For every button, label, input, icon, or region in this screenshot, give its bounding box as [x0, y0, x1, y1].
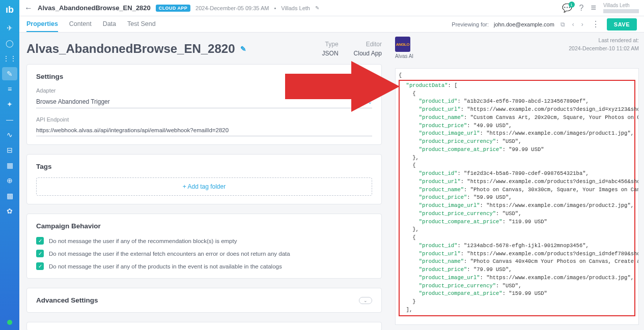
- advanced-settings-heading: Advanced Settings: [36, 296, 98, 304]
- type-label: Type: [322, 41, 339, 48]
- document-title: Alvas_AbandonedBrowse_EN_2820: [38, 4, 151, 12]
- campaign-behavior-heading: Campaign Behavior: [36, 222, 372, 230]
- rail-item-gear-icon[interactable]: ✿: [2, 204, 17, 218]
- tags-heading: Tags: [36, 163, 372, 170]
- tab-test-send[interactable]: Test Send: [127, 16, 156, 32]
- header-separator: •: [274, 5, 276, 11]
- last-rendered-label: Last rendered at:: [569, 37, 639, 45]
- tags-card: Tags + Add tag folder: [26, 154, 382, 204]
- behavior-check-1-label: Do not message the user if any of the re…: [49, 238, 237, 244]
- header-author: Villads Leth: [281, 5, 310, 11]
- api-endpoint-label: API Endpoint: [36, 116, 372, 123]
- collapse-toggle-icon[interactable]: ⌄: [359, 297, 372, 304]
- behavior-check-2-label: Do not message the user if the external …: [49, 251, 290, 257]
- settings-card: Settings Adapter Browse Abandoned Trigge…: [26, 64, 382, 145]
- tab-content[interactable]: Content: [69, 16, 92, 32]
- app-logo[interactable]: ıb: [2, 2, 17, 17]
- menu-icon[interactable]: ≡: [591, 3, 596, 13]
- title-bar: Alvas_AbandonedBrowse_EN_2820 ✎ Type JSO…: [26, 41, 382, 57]
- previewing-label: Previewing for:: [452, 21, 489, 27]
- settings-heading: Settings: [36, 73, 372, 80]
- checkbox-checked-icon: ✓: [36, 237, 44, 245]
- user-profile[interactable]: Villads Leth: [603, 3, 639, 13]
- rail-item-send-icon[interactable]: ✈: [2, 21, 17, 35]
- chat-badge: 1: [569, 2, 575, 8]
- rail-item-globe-icon[interactable]: ⊕: [2, 174, 17, 187]
- tab-data[interactable]: Data: [103, 16, 116, 32]
- behavior-check-3[interactable]: ✓Do not message the user if any of the p…: [36, 262, 372, 270]
- checkbox-checked-icon: ✓: [36, 250, 44, 257]
- rail-item-minus-icon[interactable]: ⊟: [2, 143, 17, 157]
- header-timestamp: 2024-December-05 09:35 AM: [195, 5, 269, 11]
- back-arrow-icon[interactable]: ←: [24, 4, 33, 13]
- editor-label: Editor: [354, 41, 382, 48]
- advanced-settings-card: Advanced Settings ⌄: [26, 288, 382, 313]
- chat-icon[interactable]: 💬1: [562, 3, 572, 13]
- adapter-select[interactable]: Browse Abandoned Trigger ⌄: [36, 96, 372, 108]
- rail-item-circle-icon[interactable]: ◯: [2, 37, 17, 50]
- behavior-check-2[interactable]: ✓Do not message the user if the external…: [36, 250, 372, 257]
- help-icon[interactable]: ?: [579, 4, 584, 13]
- chevron-down-icon: ⌄: [368, 99, 372, 105]
- page-title: Alvas_AbandonedBrowse_EN_2820 ✎: [26, 42, 246, 56]
- rail-item-divider: —: [2, 113, 17, 126]
- checkbox-checked-icon: ✓: [36, 262, 44, 270]
- extra-card: [26, 322, 382, 330]
- tab-properties[interactable]: Properties: [26, 16, 58, 32]
- edit-title-icon[interactable]: ✎: [240, 45, 246, 53]
- cloud-app-badge: CLOUD APP: [156, 5, 190, 12]
- behavior-check-3-label: Do not message the user if any of the pr…: [49, 263, 282, 269]
- api-endpoint-field[interactable]: https://webhook.alvas.ai/api/integration…: [36, 125, 372, 136]
- status-dot-icon: [7, 320, 12, 325]
- json-preview[interactable]: { "productData": [ { "product_id": "a1b2…: [395, 68, 639, 325]
- more-icon[interactable]: ⋮: [590, 19, 602, 29]
- previewing-value[interactable]: john.doe@example.com: [494, 21, 554, 27]
- rail-item-edit-icon[interactable]: ✎: [2, 67, 17, 80]
- external-link-icon[interactable]: ⧉: [559, 21, 566, 28]
- tab-bar: Properties Content Data Test Send Previe…: [19, 16, 644, 33]
- preview-panel: ANGLO Alvas AI Last rendered at: 2024-De…: [392, 33, 639, 330]
- campaign-behavior-card: Campaign Behavior ✓Do not message the us…: [26, 214, 382, 279]
- header-edit-icon[interactable]: ✎: [315, 5, 319, 11]
- save-button[interactable]: SAVE: [607, 18, 637, 31]
- page-title-text: Alvas_AbandonedBrowse_EN_2820: [26, 42, 235, 56]
- add-tag-button[interactable]: + Add tag folder: [36, 177, 372, 196]
- rail-item-chart-icon[interactable]: ∿: [2, 128, 17, 141]
- prev-icon[interactable]: ‹: [571, 21, 575, 28]
- rail-item-sparkle-icon[interactable]: ✦: [2, 98, 17, 111]
- user-bar: [603, 9, 639, 13]
- rail-item-users-icon[interactable]: ⋮⋮: [2, 52, 17, 65]
- properties-panel: Alvas_AbandonedBrowse_EN_2820 ✎ Type JSO…: [19, 33, 392, 330]
- adapter-label: Adapter: [36, 87, 372, 94]
- json-preview-content: { "productData": [ { "product_id": "a1b2…: [399, 72, 635, 325]
- rail-item-qr-icon[interactable]: ▩: [2, 189, 17, 202]
- type-value: JSON: [322, 50, 339, 57]
- rail-item-grid-icon[interactable]: ▦: [2, 159, 17, 172]
- preview-logo: ANGLO: [395, 37, 410, 52]
- adapter-value: Browse Abandoned Trigger: [36, 98, 110, 105]
- behavior-check-1[interactable]: ✓Do not message the user if any of the r…: [36, 237, 372, 245]
- left-nav-rail: ıb ✈ ◯ ⋮⋮ ✎ ≡ ✦ — ∿ ⊟ ▦ ⊕ ▩ ✿: [0, 0, 19, 330]
- top-header: ← Alvas_AbandonedBrowse_EN_2820 CLOUD AP…: [19, 0, 644, 16]
- user-name: Villads Leth: [603, 3, 639, 8]
- rail-item-sliders-icon[interactable]: ≡: [2, 82, 17, 96]
- next-icon[interactable]: ›: [580, 21, 584, 28]
- editor-value: Cloud App: [354, 50, 382, 57]
- last-rendered-value: 2024-December-10 11:02 AM: [569, 45, 639, 53]
- preview-logo-name: Alvas AI: [395, 53, 413, 59]
